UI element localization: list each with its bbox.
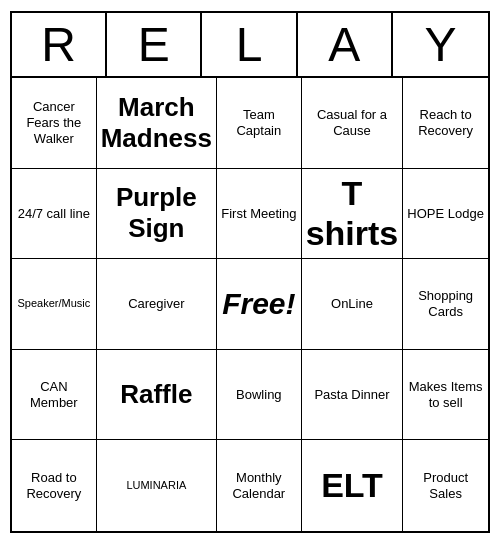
header-letter: R bbox=[12, 13, 107, 76]
bingo-cell: Team Captain bbox=[217, 78, 302, 169]
bingo-cell: Product Sales bbox=[403, 440, 488, 531]
bingo-cell: Purple Sign bbox=[97, 169, 217, 260]
bingo-cell: Cancer Fears the Walker bbox=[12, 78, 97, 169]
bingo-cell: Free! bbox=[217, 259, 302, 350]
bingo-cell: Monthly Calendar bbox=[217, 440, 302, 531]
bingo-card: RELAY Cancer Fears the WalkerMarch Madne… bbox=[10, 11, 490, 533]
bingo-cell: Caregiver bbox=[97, 259, 217, 350]
bingo-grid: Cancer Fears the WalkerMarch MadnessTeam… bbox=[12, 78, 488, 531]
bingo-cell: First Meeting bbox=[217, 169, 302, 260]
bingo-cell: Speaker/Music bbox=[12, 259, 97, 350]
bingo-cell: Raffle bbox=[97, 350, 217, 441]
bingo-cell: HOPE Lodge bbox=[403, 169, 488, 260]
bingo-cell: OnLine bbox=[302, 259, 404, 350]
header-letter: A bbox=[298, 13, 393, 76]
bingo-cell: ELT bbox=[302, 440, 404, 531]
bingo-cell: March Madness bbox=[97, 78, 217, 169]
bingo-cell: Bowling bbox=[217, 350, 302, 441]
bingo-cell: Casual for a Cause bbox=[302, 78, 404, 169]
bingo-cell: Reach to Recovery bbox=[403, 78, 488, 169]
bingo-cell: 24/7 call line bbox=[12, 169, 97, 260]
bingo-cell: Road to Recovery bbox=[12, 440, 97, 531]
bingo-cell: LUMINARIA bbox=[97, 440, 217, 531]
bingo-cell: Shopping Cards bbox=[403, 259, 488, 350]
bingo-cell: T shirts bbox=[302, 169, 404, 260]
bingo-cell: Pasta Dinner bbox=[302, 350, 404, 441]
bingo-cell: Makes Items to sell bbox=[403, 350, 488, 441]
header-letter: E bbox=[107, 13, 202, 76]
header-letter: L bbox=[202, 13, 297, 76]
bingo-cell: CAN Member bbox=[12, 350, 97, 441]
header-letter: Y bbox=[393, 13, 488, 76]
bingo-header: RELAY bbox=[12, 13, 488, 78]
